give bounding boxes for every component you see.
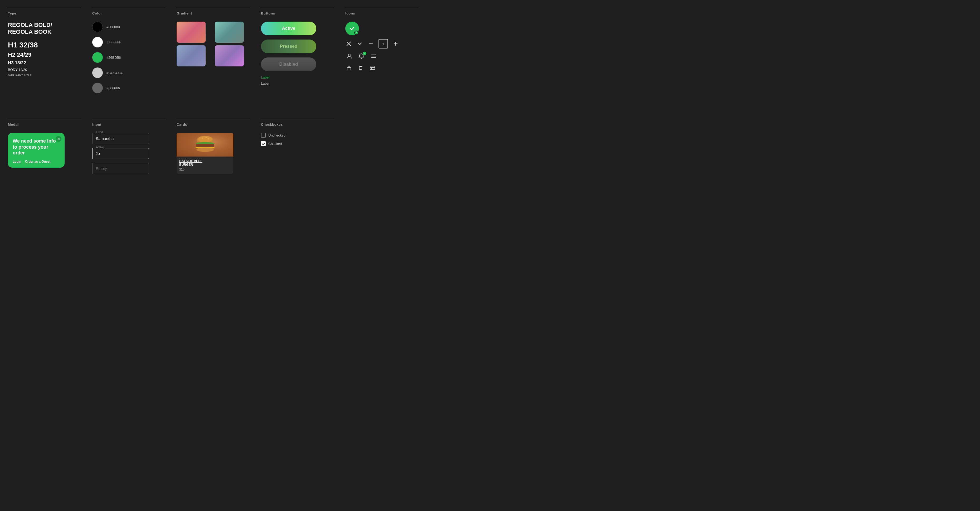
active-button-row: Active bbox=[261, 22, 335, 35]
card-price: $15 bbox=[179, 168, 231, 171]
body-example: BODY 14/20 bbox=[8, 68, 82, 72]
active-input[interactable] bbox=[92, 148, 149, 159]
color-label-green: #26BD56 bbox=[107, 56, 121, 60]
plus-icon bbox=[393, 41, 398, 46]
svg-point-5 bbox=[348, 54, 350, 56]
cards-section-title: Cards bbox=[177, 119, 250, 126]
cards-section: Cards bbox=[177, 119, 250, 178]
lock-icon-button[interactable] bbox=[345, 64, 353, 72]
minus-icon bbox=[369, 41, 373, 46]
link-label-green[interactable]: Label bbox=[261, 75, 335, 79]
gradient-purple bbox=[215, 45, 244, 67]
active-input-label: Active bbox=[95, 145, 105, 149]
h3-example: H3 18/22 bbox=[8, 60, 82, 65]
color-section-title: Color bbox=[92, 8, 166, 15]
check-badge: ✓ bbox=[354, 30, 358, 35]
color-circle-light-gray bbox=[92, 67, 103, 78]
menu-icon bbox=[371, 53, 376, 59]
user-icon bbox=[346, 53, 352, 59]
svg-rect-9 bbox=[347, 67, 351, 70]
gradient-grid bbox=[177, 22, 250, 67]
sub-body-example: SUB-BODY 12/14 bbox=[8, 73, 82, 76]
chevron-down-icon-button[interactable] bbox=[356, 40, 363, 47]
icons-row-2: 1 bbox=[345, 39, 419, 48]
menu-icon-button[interactable] bbox=[369, 52, 377, 60]
lock-icon bbox=[346, 65, 352, 70]
icons-row-4 bbox=[345, 64, 419, 72]
chevron-down-icon bbox=[357, 41, 362, 46]
unchecked-row: Unchecked bbox=[261, 133, 335, 138]
active-input-wrapper: Active bbox=[92, 148, 166, 159]
active-button[interactable]: Active bbox=[261, 22, 316, 35]
empty-input-wrapper bbox=[92, 163, 166, 174]
checkboxes-section: Checkboxes Unchecked Checked bbox=[261, 119, 335, 178]
trash-icon bbox=[358, 65, 363, 70]
svg-point-15 bbox=[198, 136, 212, 142]
modal-guest-link[interactable]: Order as a Guest bbox=[25, 160, 51, 163]
modal-message: We need some info to process your order bbox=[13, 138, 60, 156]
color-label-white: #FFFFFF bbox=[107, 40, 121, 44]
modal-login-link[interactable]: Login bbox=[13, 160, 21, 163]
pressed-button-row: Pressed bbox=[261, 40, 335, 53]
color-section: Color #000000 #FFFFFF #26BD56 #CCCCCC #6… bbox=[92, 8, 166, 98]
card-title: BAYSIDE BEEFBURGER bbox=[179, 159, 231, 167]
gradient-section-title: Gradient bbox=[177, 8, 250, 15]
svg-point-22 bbox=[196, 148, 214, 152]
input-section: Input Filled Active bbox=[92, 119, 166, 178]
checked-label: Checked bbox=[268, 142, 282, 146]
gradient-teal bbox=[215, 22, 244, 43]
font-names: REGOLA BOLD/REGOLA BOOK bbox=[8, 22, 82, 36]
color-label-dark-gray: #666666 bbox=[107, 86, 120, 90]
icons-row-1: ✓ bbox=[345, 22, 419, 35]
food-card[interactable]: BAYSIDE BEEFBURGER $15 bbox=[177, 133, 233, 174]
close-icon bbox=[346, 41, 351, 46]
color-swatch-green: #26BD56 bbox=[92, 52, 166, 63]
input-section-title: Input bbox=[92, 119, 166, 126]
color-label-black: #000000 bbox=[107, 25, 120, 29]
plus-icon-button[interactable] bbox=[392, 40, 399, 47]
modal-card: ✕ We need some info to process your orde… bbox=[8, 133, 65, 168]
design-system-grid: Type REGOLA BOLD/REGOLA BOOK H1 32/38 H2… bbox=[8, 8, 972, 178]
modal-close-button[interactable]: ✕ bbox=[56, 136, 61, 142]
disabled-button-row: Disabled bbox=[261, 57, 335, 71]
card-image bbox=[177, 133, 233, 156]
h1-example: H1 32/38 bbox=[8, 41, 82, 49]
burger-illustration bbox=[177, 133, 233, 156]
unchecked-checkbox[interactable] bbox=[261, 133, 266, 138]
link-label-underline[interactable]: Label bbox=[261, 81, 335, 85]
card-icon-button[interactable] bbox=[369, 64, 376, 72]
color-swatch-light-gray: #CCCCCC bbox=[92, 67, 166, 78]
trash-icon-button[interactable] bbox=[357, 64, 364, 72]
color-swatch-black: #000000 bbox=[92, 22, 166, 32]
color-circle-black bbox=[92, 22, 103, 32]
close-icon-button[interactable] bbox=[345, 40, 352, 47]
filled-input-label: Filled bbox=[95, 131, 104, 134]
checked-checkbox[interactable] bbox=[261, 141, 266, 146]
type-section: Type REGOLA BOLD/REGOLA BOOK H1 32/38 H2… bbox=[8, 8, 82, 98]
empty-input[interactable] bbox=[92, 163, 149, 174]
buttons-section-title: Buttons bbox=[261, 8, 335, 15]
user-icon-button[interactable] bbox=[345, 52, 353, 60]
check-icon-circle: ✓ bbox=[345, 22, 359, 35]
pressed-button[interactable]: Pressed bbox=[261, 40, 316, 53]
color-circle-dark-gray bbox=[92, 83, 103, 93]
card-body: BAYSIDE BEEFBURGER $15 bbox=[177, 156, 233, 174]
unchecked-label: Unchecked bbox=[268, 133, 285, 137]
filled-input-wrapper: Filled bbox=[92, 133, 166, 144]
icons-section-title: Icons bbox=[345, 8, 419, 15]
minus-icon-button[interactable] bbox=[368, 40, 374, 47]
disabled-button: Disabled bbox=[261, 57, 316, 71]
color-swatch-dark-gray: #666666 bbox=[92, 83, 166, 93]
credit-card-icon bbox=[369, 65, 375, 71]
icons-section: Icons ✓ bbox=[345, 8, 419, 98]
gradient-blue bbox=[177, 45, 205, 67]
quantity-display[interactable]: 1 bbox=[379, 39, 388, 48]
filled-input[interactable] bbox=[92, 133, 149, 144]
modal-links: Login Order as a Guest bbox=[13, 160, 60, 163]
h2-example: H2 24/29 bbox=[8, 51, 82, 58]
checkboxes-section-title: Checkboxes bbox=[261, 119, 335, 126]
burger-svg bbox=[194, 135, 216, 154]
color-circle-green bbox=[92, 52, 103, 63]
svg-rect-10 bbox=[359, 67, 362, 70]
type-section-title: Type bbox=[8, 8, 82, 15]
